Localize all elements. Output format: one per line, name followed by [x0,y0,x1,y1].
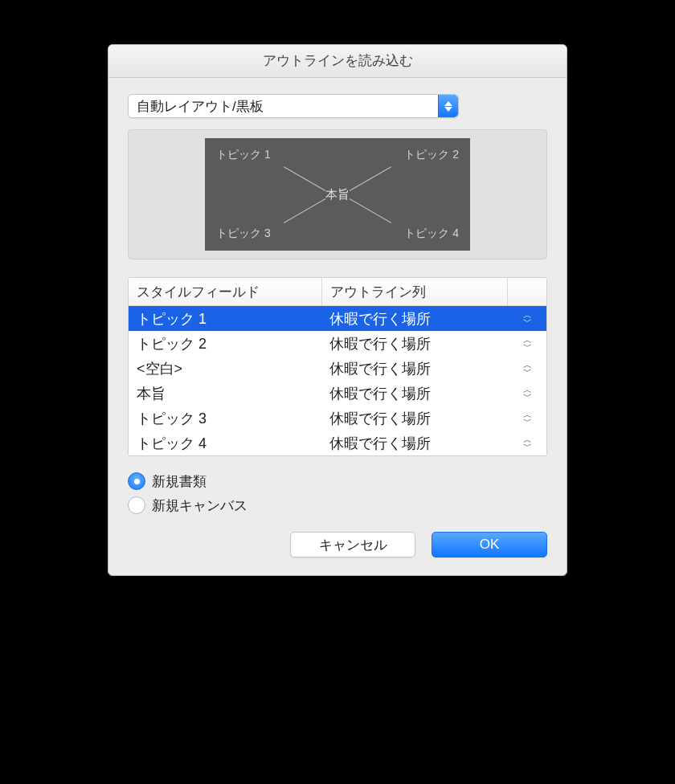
stepper-icon: ︿﹀ [523,412,532,425]
dialog-buttons: キャンセル OK [128,532,547,557]
stepper-icon: ︿﹀ [523,387,532,400]
layout-dropdown-label: 自動レイアウト/黒板 [137,97,264,116]
cancel-button[interactable]: キャンセル [290,532,415,557]
table-row[interactable]: 本旨休暇で行く場所︿﹀ [129,381,546,406]
cell-outline-col: 休暇で行く場所 [321,384,508,403]
table-row[interactable]: トピック 1休暇で行く場所︿﹀ [129,306,546,331]
cell-outline-col: 休暇で行く場所 [321,409,508,428]
layout-preview-image: 本旨 トピック 1 トピック 2 トピック 3 トピック 4 [205,138,470,251]
table-row[interactable]: トピック 4休暇で行く場所︿﹀ [129,431,546,455]
header-style-field[interactable]: スタイルフィールド [129,278,322,305]
mapping-table: スタイルフィールド アウトライン列 トピック 1休暇で行く場所︿﹀トピック 2休… [128,277,547,456]
cell-style-field: トピック 2 [129,334,321,353]
row-stepper[interactable]: ︿﹀ [508,387,546,400]
row-stepper[interactable]: ︿﹀ [508,362,546,375]
row-stepper[interactable]: ︿﹀ [508,312,546,325]
table-row[interactable]: <空白>休暇で行く場所︿﹀ [129,356,546,381]
radio-new-canvas-label: 新規キャンバス [152,496,248,515]
radio-new-document-label: 新規書類 [152,472,207,491]
header-outline-col[interactable]: アウトライン列 [322,278,508,305]
destination-radios: 新規書類 新規キャンバス [128,469,547,517]
cell-outline-col: 休暇で行く場所 [321,334,508,353]
preview-topic-2: トピック 2 [404,148,459,162]
cell-outline-col: 休暇で行く場所 [321,309,508,329]
table-row[interactable]: トピック 2休暇で行く場所︿﹀ [129,331,546,356]
layout-dropdown[interactable]: 自動レイアウト/黒板 [128,94,459,118]
stepper-icon: ︿﹀ [523,312,532,325]
dialog-content: 自動レイアウト/黒板 本旨 トピック 1 トピック 2 トピック 3 トピック … [108,78,567,575]
cell-outline-col: 休暇で行く場所 [321,434,508,453]
mapping-table-body: トピック 1休暇で行く場所︿﹀トピック 2休暇で行く場所︿﹀<空白>休暇で行く場… [129,306,546,455]
cell-style-field: 本旨 [129,384,321,403]
row-stepper[interactable]: ︿﹀ [508,412,546,425]
radio-icon [128,496,145,514]
stepper-icon: ︿﹀ [523,437,532,450]
layout-preview: 本旨 トピック 1 トピック 2 トピック 3 トピック 4 [128,129,547,259]
preview-topic-3: トピック 3 [216,227,271,241]
preview-center-label: 本旨 [325,187,350,202]
radio-new-document[interactable]: 新規書類 [128,469,547,493]
dialog-title: アウトラインを読み込む [108,45,567,78]
preview-topic-1: トピック 1 [216,148,271,162]
row-stepper[interactable]: ︿﹀ [508,337,546,350]
cell-outline-col: 休暇で行く場所 [321,359,508,378]
row-stepper[interactable]: ︿﹀ [508,437,546,450]
preview-topic-4: トピック 4 [404,227,459,241]
radio-icon [128,472,145,490]
cell-style-field: トピック 1 [129,309,321,329]
stepper-icon: ︿﹀ [523,337,532,350]
mapping-table-header: スタイルフィールド アウトライン列 [129,278,546,306]
import-outline-dialog: アウトラインを読み込む 自動レイアウト/黒板 本旨 トピック 1 トピック 2 … [108,44,567,576]
stepper-icon: ︿﹀ [523,362,532,375]
cell-style-field: トピック 4 [129,434,321,453]
dropdown-stepper-icon [438,95,458,117]
radio-new-canvas[interactable]: 新規キャンバス [128,493,547,517]
ok-button[interactable]: OK [432,532,547,557]
cell-style-field: トピック 3 [129,409,321,428]
cell-style-field: <空白> [129,359,321,378]
table-row[interactable]: トピック 3休暇で行く場所︿﹀ [129,406,546,431]
